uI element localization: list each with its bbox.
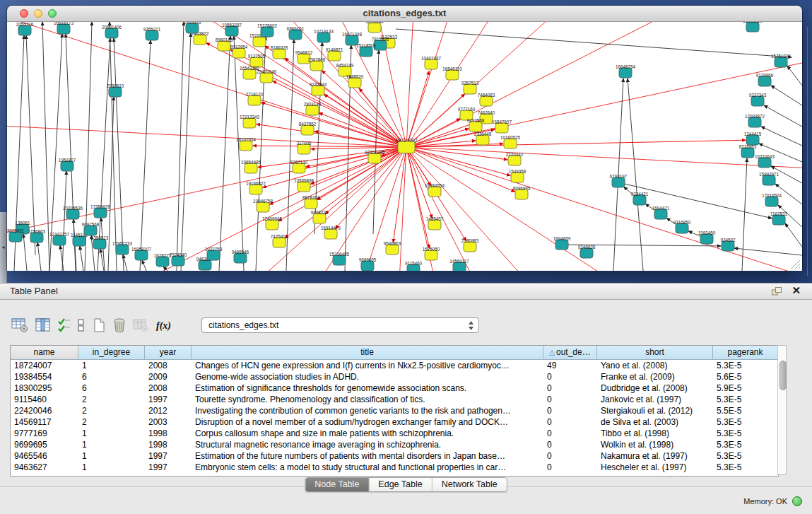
graph-node[interactable]: 2367808	[308, 57, 326, 71]
graph-node[interactable]: 16914479	[321, 226, 341, 239]
graph-node[interactable]: 2055716	[16, 22, 34, 35]
table-cell[interactable]: 18300295	[11, 382, 78, 394]
table-cell[interactable]: 22420046	[11, 405, 78, 416]
graph-node[interactable]: 9699695	[359, 257, 377, 271]
graph-node[interactable]: 20691406	[102, 25, 122, 38]
window-resize-grip[interactable]	[791, 259, 801, 269]
table-row[interactable]: 1456911722003Disruption of a novel membe…	[11, 416, 778, 428]
table-cell[interactable]: Corpus callosum shape and size in male p…	[192, 428, 543, 439]
table-row[interactable]: 977716911998Corpus callosum shape and si…	[11, 428, 778, 439]
table-row[interactable]: 1830029562008Estimation of significance …	[11, 382, 778, 394]
graph-node[interactable]: 19046758	[253, 199, 273, 212]
graph-node[interactable]: 16648784	[616, 64, 636, 78]
graph-node[interactable]: 15716485	[329, 252, 350, 265]
graph-node[interactable]: 12093872	[745, 114, 765, 127]
table-cell[interactable]: Nakamura et al. (1997)	[597, 450, 713, 462]
graph-node[interactable]: 12342757	[49, 232, 70, 245]
graph-node[interactable]: 9115460	[405, 261, 423, 271]
graph-node[interactable]: 12213343	[240, 115, 260, 128]
table-cell[interactable]: 5.6E-5	[713, 371, 778, 382]
close-icon[interactable]: ✕	[792, 284, 801, 297]
graph-node[interactable]: 7425402	[271, 234, 288, 247]
table-cell[interactable]: Wolkin et al. (1998)	[597, 439, 713, 450]
graph-node[interactable]: 9355271	[143, 27, 161, 40]
graph-node[interactable]: 1951807	[59, 158, 76, 171]
graph-node[interactable]: 1156863	[28, 229, 46, 243]
graph-node[interactable]: 19654985	[241, 160, 261, 173]
graph-node[interactable]: 8427552	[299, 122, 317, 135]
table-cell[interactable]: Dudbridge et al. (2008)	[597, 382, 713, 394]
memory-status-indicator[interactable]	[792, 496, 802, 506]
table-cell[interactable]: 2	[78, 394, 145, 405]
graph-node[interactable]: 1675050	[423, 247, 440, 260]
graph-node[interactable]: 9316850	[673, 220, 691, 233]
column-header-in-degree[interactable]: in_degree	[78, 346, 145, 360]
table-cell[interactable]: 1	[78, 439, 145, 450]
column-header-year[interactable]: year	[145, 346, 192, 360]
table-row[interactable]: 1938455462009Genome-wide association stu…	[11, 371, 778, 382]
graph-node[interactable]: 1694659	[553, 236, 571, 250]
table-selector-dropdown[interactable]: citations_edges.txt	[201, 317, 479, 333]
graph-node[interactable]: 2180983	[461, 238, 479, 252]
table-cell[interactable]: 6	[78, 371, 145, 382]
table-cell[interactable]: 5.3E-5	[713, 428, 778, 439]
graph-node[interactable]: 1694421	[652, 206, 670, 219]
tab-edge-table[interactable]: Edge Table	[369, 478, 432, 491]
graph-node[interactable]: 19384554	[425, 183, 445, 197]
graph-node[interactable]: 18724007	[395, 138, 417, 153]
graph-node[interactable]: 7484083	[478, 93, 495, 106]
table-cell[interactable]: 9463627	[11, 462, 78, 473]
graph-node[interactable]: 8186328	[271, 45, 288, 59]
column-header-title[interactable]: title	[192, 346, 543, 360]
table-cell[interactable]: 9777169	[11, 428, 78, 439]
table-cell[interactable]: 0	[543, 439, 597, 450]
graph-node[interactable]: 3915931	[7, 228, 25, 242]
graph-node[interactable]: 9546863	[384, 241, 401, 255]
table-vertical-scrollbar[interactable]	[777, 345, 787, 475]
table-cell[interactable]: 9115460	[11, 394, 78, 405]
table-cell[interactable]: 6	[78, 382, 145, 394]
graph-node[interactable]: 924502	[720, 238, 736, 251]
table-cell[interactable]: Franke et al. (2009)	[597, 371, 713, 382]
table-cell[interactable]: 5.9E-5	[713, 382, 778, 394]
graph-node[interactable]: 1167533	[770, 211, 788, 225]
table-cell[interactable]: 5.3E-5	[713, 360, 778, 371]
table-cell[interactable]: 1998	[145, 439, 192, 450]
graph-node[interactable]: 2336448	[474, 132, 492, 145]
table-cell[interactable]: 49	[543, 360, 597, 371]
graph-node[interactable]: 1350513	[91, 235, 109, 249]
table-cell[interactable]: 19384554	[11, 371, 78, 382]
graph-node[interactable]: 8813054	[366, 22, 384, 33]
graph-node[interactable]: 15751074	[771, 54, 792, 67]
graph-node[interactable]: 17359928	[90, 204, 111, 218]
table-cell[interactable]: Structural magnetic resonance image aver…	[192, 439, 543, 450]
table-cell[interactable]: 2	[78, 416, 145, 428]
table-cell[interactable]: 5.3E-5	[713, 450, 778, 462]
graph-node[interactable]: 9497568	[467, 118, 485, 132]
table-cell[interactable]: 5.5E-5	[713, 405, 778, 416]
graph-node[interactable]: 8267130	[290, 160, 308, 173]
table-cell[interactable]: 2012	[145, 405, 192, 416]
tab-node-table[interactable]: Node Table	[305, 478, 369, 491]
tab-network-table[interactable]: Network Table	[433, 478, 507, 491]
graph-node[interactable]: 1244415	[744, 132, 762, 145]
delete-table-icon[interactable]	[112, 317, 126, 333]
table-cell[interactable]: 2	[78, 405, 145, 416]
graph-node[interactable]: 1588520	[346, 74, 364, 88]
graph-node[interactable]: 16616173	[54, 22, 74, 34]
graph-node[interactable]: 9097568	[82, 222, 100, 235]
graph-node[interactable]: 317006	[296, 141, 312, 154]
table-cell[interactable]: 0	[543, 371, 597, 382]
table-cell[interactable]: Tibbo et al. (1998)	[597, 428, 713, 439]
table-cell[interactable]: 1	[78, 462, 145, 473]
function-builder-icon[interactable]: f(x)	[155, 317, 172, 333]
table-cell[interactable]: Disruption of a novel member of a sodium…	[192, 416, 543, 428]
window-titlebar[interactable]: citations_edges.txt	[7, 6, 802, 22]
table-cell[interactable]: 0	[543, 405, 597, 416]
column-header-name[interactable]: name	[11, 346, 78, 360]
table-row[interactable]: 2242004622012Investigating the contribut…	[11, 405, 778, 416]
column-header-out-de-[interactable]: △out_de…	[543, 346, 597, 360]
graph-node[interactable]: 16083809	[743, 22, 763, 32]
graph-node[interactable]: 12409948	[262, 216, 283, 230]
table-cell[interactable]: 18724007	[11, 360, 78, 371]
